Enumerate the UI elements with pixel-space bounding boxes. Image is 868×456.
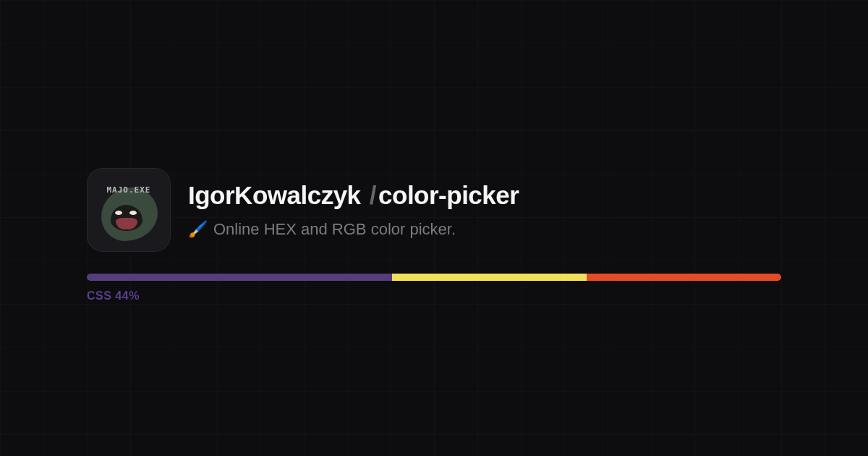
- repo-card: MAJO.EXE IgorKowalczyk /color-picker 🖌️ …: [0, 0, 868, 303]
- language-bar-section: CSS 44%: [87, 274, 781, 303]
- paintbrush-icon: 🖌️: [188, 221, 208, 237]
- title-block: IgorKowalczyk /color-picker 🖌️ Online HE…: [188, 181, 519, 239]
- avatar-eye-left: [115, 211, 122, 215]
- avatar: MAJO.EXE: [87, 168, 171, 252]
- repo-owner: IgorKowalczyk: [188, 181, 361, 209]
- avatar-eye-right: [129, 211, 137, 215]
- repo-description-text: Online HEX and RGB color picker.: [213, 220, 456, 239]
- repo-description: 🖌️ Online HEX and RGB color picker.: [188, 220, 519, 239]
- header-row: MAJO.EXE IgorKowalczyk /color-picker 🖌️ …: [87, 168, 781, 252]
- avatar-label: MAJO.EXE: [107, 185, 151, 195]
- avatar-illustration: MAJO.EXE: [88, 169, 170, 251]
- language-segment-html: [587, 274, 781, 281]
- repo-name: color-picker: [378, 181, 519, 209]
- repo-title: IgorKowalczyk /color-picker: [188, 181, 519, 210]
- language-bar: [87, 274, 781, 281]
- language-segment-css: [87, 274, 392, 281]
- repo-separator: /: [370, 181, 376, 209]
- language-segment-javascript: [392, 274, 587, 281]
- primary-language-label: CSS 44%: [87, 290, 781, 303]
